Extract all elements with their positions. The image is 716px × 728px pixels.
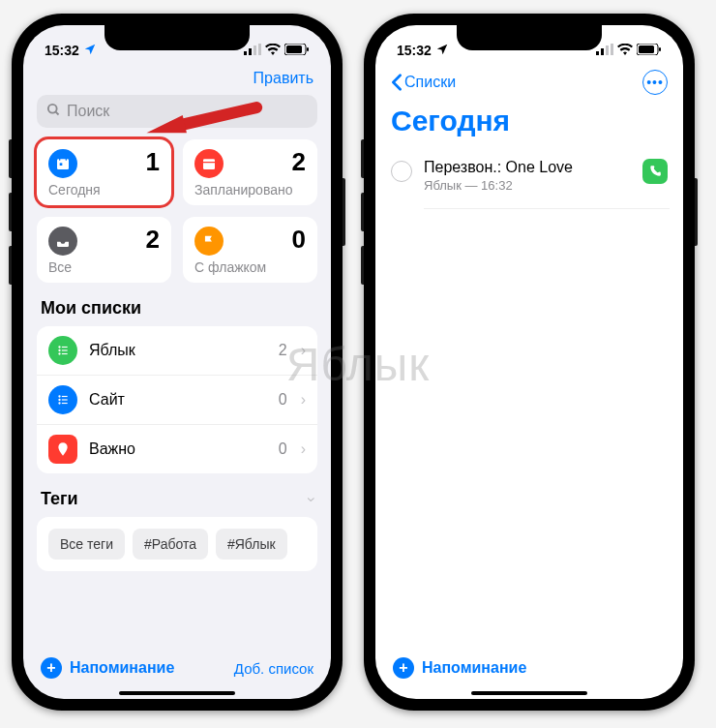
chevron-right-icon: › [301, 440, 306, 458]
list-bullet-icon [48, 385, 77, 414]
svg-rect-6 [307, 47, 309, 51]
svg-point-7 [48, 104, 57, 112]
search-icon [46, 103, 61, 121]
new-reminder-button[interactable]: + Напоминание [41, 657, 174, 679]
reminder-subtitle: Яблык — 16:32 [424, 178, 631, 193]
tag-chip[interactable]: Все теги [48, 529, 125, 560]
chevron-down-icon[interactable]: › [302, 497, 319, 501]
svg-rect-22 [62, 396, 68, 397]
list-bullet-icon [48, 336, 77, 365]
new-reminder-button[interactable]: + Напоминание [393, 657, 526, 679]
divider [424, 208, 670, 209]
calendar-today-icon [48, 149, 77, 178]
phone-left: 15:32 Править Поиск [12, 14, 343, 711]
list-row[interactable]: Яблык 2 › [37, 326, 317, 376]
back-button[interactable]: Списки [391, 74, 456, 91]
more-button[interactable]: ••• [642, 70, 668, 95]
svg-point-21 [58, 395, 60, 397]
plus-circle-icon: + [393, 657, 414, 679]
call-button[interactable] [642, 159, 668, 184]
svg-rect-29 [596, 51, 599, 55]
cellular-icon [244, 43, 261, 58]
tags-box: Все теги #Работа #Яблык [37, 517, 317, 571]
card-all-count: 2 [146, 227, 160, 252]
card-scheduled-count: 2 [292, 149, 306, 174]
svg-point-23 [58, 399, 60, 401]
tray-icon [48, 227, 77, 256]
list-label: Важно [89, 440, 267, 458]
status-time: 15:32 [45, 43, 79, 58]
notch [104, 25, 250, 50]
reminder-title: Перезвон.: One Love [424, 159, 631, 176]
search-placeholder: Поиск [67, 103, 109, 120]
card-today-label: Сегодня [48, 182, 160, 197]
svg-rect-2 [254, 46, 256, 55]
list-row[interactable]: Важно 0 › [37, 425, 317, 473]
svg-rect-5 [286, 46, 302, 53]
my-lists-title: Мои списки [37, 298, 317, 326]
reminder-item[interactable]: Перезвон.: One Love Яблык — 16:32 [389, 151, 670, 200]
page-title: Сегодня [389, 99, 670, 151]
home-indicator [471, 691, 587, 695]
tag-chip[interactable]: #Яблык [216, 529, 287, 560]
svg-rect-12 [60, 163, 63, 166]
ellipsis-icon: ••• [646, 75, 664, 90]
svg-rect-18 [62, 349, 68, 350]
list-label: Яблык [89, 342, 267, 359]
battery-icon [637, 43, 662, 58]
notch [457, 25, 602, 50]
card-flagged-count: 0 [292, 227, 306, 252]
wifi-icon [265, 43, 281, 58]
svg-line-27 [173, 76, 256, 159]
status-time: 15:32 [397, 43, 432, 58]
svg-rect-30 [601, 48, 604, 55]
home-indicator [119, 691, 235, 695]
important-icon [48, 435, 77, 464]
completion-circle[interactable] [391, 161, 412, 182]
add-list-button[interactable]: Доб. список [234, 660, 313, 677]
svg-line-8 [55, 111, 58, 114]
svg-rect-0 [244, 51, 247, 55]
card-flagged[interactable]: 0 С флажком [183, 217, 317, 283]
list-count: 0 [279, 391, 287, 409]
back-label: Списки [404, 74, 456, 91]
flag-icon [194, 227, 224, 256]
edit-button[interactable]: Править [254, 70, 313, 87]
svg-rect-11 [66, 157, 67, 160]
location-icon [435, 43, 449, 59]
list-count: 0 [279, 440, 287, 458]
svg-rect-9 [57, 159, 69, 169]
svg-rect-20 [62, 353, 68, 354]
location-icon [83, 43, 97, 59]
svg-rect-26 [62, 403, 68, 404]
tag-chip[interactable]: #Работа [133, 529, 208, 560]
svg-rect-1 [249, 48, 252, 55]
card-flagged-label: С флажком [194, 259, 306, 275]
list-label: Сайт [89, 391, 267, 409]
battery-icon [284, 43, 310, 58]
tags-title: Теги [41, 489, 78, 509]
svg-rect-16 [62, 347, 68, 348]
new-reminder-label: Напоминание [422, 659, 526, 677]
svg-rect-34 [639, 46, 654, 53]
svg-rect-10 [59, 157, 60, 160]
list-count: 2 [279, 342, 287, 359]
chevron-right-icon: › [301, 342, 306, 359]
svg-rect-24 [62, 399, 68, 400]
svg-rect-32 [611, 44, 613, 55]
svg-point-17 [58, 349, 60, 351]
chevron-right-icon: › [301, 391, 306, 409]
svg-point-15 [58, 346, 60, 348]
svg-rect-3 [258, 44, 261, 55]
list-row[interactable]: Сайт 0 › [37, 376, 317, 425]
svg-rect-35 [659, 47, 661, 51]
phone-right: 15:32 Списки [364, 14, 695, 711]
card-all[interactable]: 2 Все [37, 217, 171, 283]
svg-point-19 [58, 352, 60, 354]
plus-circle-icon: + [41, 657, 62, 679]
wifi-icon [617, 43, 633, 58]
card-all-label: Все [48, 259, 160, 275]
new-reminder-label: Напоминание [70, 659, 174, 677]
svg-rect-31 [606, 46, 609, 55]
cellular-icon [596, 43, 613, 58]
